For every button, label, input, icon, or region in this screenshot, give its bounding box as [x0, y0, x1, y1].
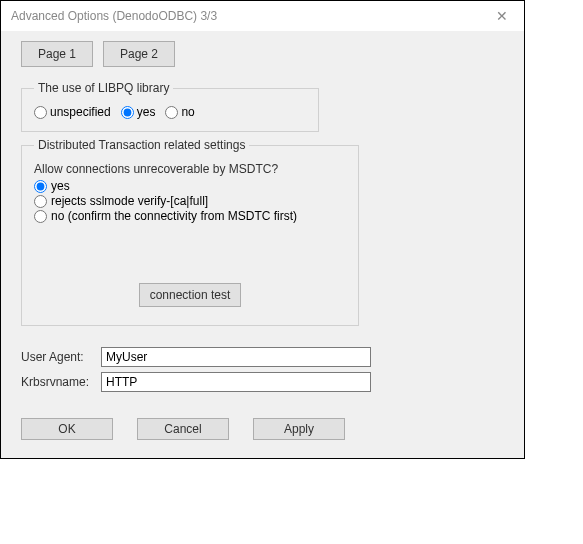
- titlebar: Advanced Options (DenodoODBC) 3/3 ✕: [1, 1, 524, 31]
- libpq-unspecified-label: unspecified: [50, 105, 111, 119]
- user-agent-label: User Agent:: [21, 350, 101, 364]
- dt-rejects-label: rejects sslmode verify-[ca|full]: [51, 194, 208, 208]
- dt-no-label: no (confirm the connectivity from MSDTC …: [51, 209, 297, 223]
- connection-test-area: connection test: [34, 283, 346, 307]
- connection-test-button[interactable]: connection test: [139, 283, 242, 307]
- libpq-unspecified-radio[interactable]: [34, 106, 47, 119]
- ok-button[interactable]: OK: [21, 418, 113, 440]
- dt-no-option[interactable]: no (confirm the connectivity from MSDTC …: [34, 209, 346, 223]
- window-title: Advanced Options (DenodoODBC) 3/3: [11, 9, 217, 23]
- libpq-options: unspecified yes no: [34, 105, 306, 119]
- dt-yes-label: yes: [51, 179, 70, 193]
- dt-yes-option[interactable]: yes: [34, 179, 346, 193]
- krbsrvname-row: Krbsrvname:: [21, 372, 504, 392]
- libpq-yes-radio[interactable]: [121, 106, 134, 119]
- dt-rejects-option[interactable]: rejects sslmode verify-[ca|full]: [34, 194, 346, 208]
- dt-no-radio[interactable]: [34, 210, 47, 223]
- user-agent-input[interactable]: [101, 347, 371, 367]
- libpq-yes-label: yes: [137, 105, 156, 119]
- dt-group: Distributed Transaction related settings…: [21, 138, 359, 326]
- krbsrvname-label: Krbsrvname:: [21, 375, 101, 389]
- dialog-content: Page 1 Page 2 The use of LIBPQ library u…: [1, 31, 524, 458]
- dt-yes-radio[interactable]: [34, 180, 47, 193]
- dialog-window: Advanced Options (DenodoODBC) 3/3 ✕ Page…: [0, 0, 525, 459]
- libpq-unspecified-option[interactable]: unspecified: [34, 105, 111, 119]
- dt-legend: Distributed Transaction related settings: [34, 138, 249, 152]
- libpq-no-option[interactable]: no: [165, 105, 194, 119]
- dt-options: yes rejects sslmode verify-[ca|full] no …: [34, 179, 346, 223]
- libpq-yes-option[interactable]: yes: [121, 105, 156, 119]
- libpq-group: The use of LIBPQ library unspecified yes…: [21, 81, 319, 132]
- libpq-no-radio[interactable]: [165, 106, 178, 119]
- apply-button[interactable]: Apply: [253, 418, 345, 440]
- page-1-button[interactable]: Page 1: [21, 41, 93, 67]
- page-2-button[interactable]: Page 2: [103, 41, 175, 67]
- libpq-legend: The use of LIBPQ library: [34, 81, 173, 95]
- krbsrvname-input[interactable]: [101, 372, 371, 392]
- dialog-buttons: OK Cancel Apply: [21, 418, 504, 440]
- dt-question: Allow connections unrecoverable by MSDTC…: [34, 162, 346, 176]
- dt-rejects-radio[interactable]: [34, 195, 47, 208]
- page-tabs: Page 1 Page 2: [21, 41, 504, 67]
- close-icon[interactable]: ✕: [490, 8, 514, 24]
- libpq-no-label: no: [181, 105, 194, 119]
- user-agent-row: User Agent:: [21, 347, 504, 367]
- cancel-button[interactable]: Cancel: [137, 418, 229, 440]
